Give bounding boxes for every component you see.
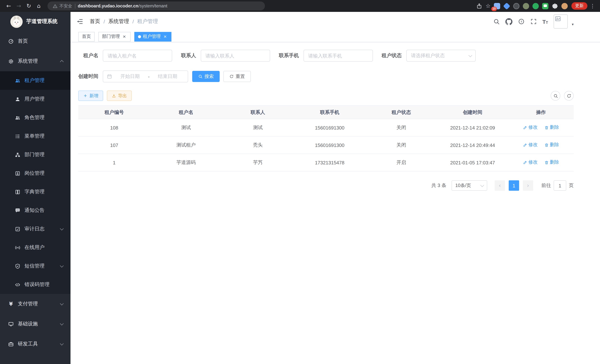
user-avatar[interactable] bbox=[554, 14, 568, 28]
next-page-button[interactable]: › bbox=[523, 180, 533, 191]
app-logo[interactable]: 芋道管理系统 bbox=[0, 12, 71, 31]
browser-forward-icon[interactable]: → bbox=[14, 1, 24, 11]
main-content: 租户名 联系人 联系手机 租户状态 请选择租户状态 创建时间 bbox=[71, 42, 600, 364]
sidebar-item-role-management[interactable]: 角色管理 bbox=[0, 108, 71, 127]
extension-icon-5[interactable] bbox=[533, 3, 539, 9]
tenant-table: 租户编号 租户名 联系人 联系手机 租户状态 创建时间 操作 108 测试 测试… bbox=[78, 105, 574, 171]
browser-reload-icon[interactable]: ↻ bbox=[24, 1, 34, 11]
cell-actions: 修改 删除 bbox=[508, 154, 574, 171]
browser-home-icon[interactable]: ⌂ bbox=[34, 1, 44, 11]
search-icon[interactable] bbox=[493, 18, 500, 25]
pencil-icon bbox=[523, 143, 527, 147]
cell-tenant-id: 108 bbox=[78, 119, 150, 136]
sidebar-item-infrastructure[interactable]: 基础设施 bbox=[0, 314, 71, 334]
browser-menu-icon[interactable]: ⋮ bbox=[589, 3, 596, 9]
prev-page-button[interactable]: ‹ bbox=[495, 180, 505, 191]
chevron-up-icon bbox=[60, 60, 64, 64]
address-bar[interactable]: 不安全 dashboard.yudao.iocoder.cn/system/te… bbox=[47, 1, 265, 10]
col-tenant-name: 租户名 bbox=[150, 106, 222, 119]
sidebar-item-payment[interactable]: ¥ 支付管理 bbox=[0, 294, 71, 314]
sidebar-item-system-management[interactable]: 系统管理 bbox=[0, 51, 71, 71]
extension-icon-6[interactable] bbox=[542, 3, 548, 9]
delete-button[interactable]: 删除 bbox=[544, 159, 559, 166]
add-button[interactable]: 新增 bbox=[78, 91, 103, 101]
refresh-button[interactable] bbox=[564, 91, 574, 101]
sidebar-item-menu-management[interactable]: 菜单管理 bbox=[0, 127, 71, 145]
sidebar-collapse-icon[interactable] bbox=[76, 18, 84, 25]
sidebar-item-label: 岗位管理 bbox=[25, 170, 45, 177]
tab-label: 首页 bbox=[82, 33, 91, 40]
browser-profile-avatar[interactable] bbox=[562, 3, 568, 9]
share-icon[interactable] bbox=[476, 3, 482, 9]
sidebar-item-dev-tools[interactable]: 研发工具 bbox=[0, 334, 71, 354]
goto-page-input[interactable] bbox=[554, 180, 566, 191]
sidebar-item-home[interactable]: 首页 bbox=[0, 31, 71, 51]
breadcrumb-separator: / bbox=[103, 19, 105, 25]
tab-home[interactable]: 首页 bbox=[78, 32, 95, 41]
help-question-icon[interactable]: ? bbox=[518, 18, 525, 25]
extension-icon-3[interactable] bbox=[513, 3, 519, 9]
sidebar-item-label: 角色管理 bbox=[25, 114, 45, 121]
tenant-name-input[interactable] bbox=[103, 50, 172, 62]
edit-button[interactable]: 修改 bbox=[523, 159, 538, 166]
avatar-caret-icon[interactable]: ▾ bbox=[572, 22, 574, 28]
browser-update-button[interactable]: 更新 bbox=[572, 2, 587, 10]
reset-button[interactable]: 重置 bbox=[223, 71, 251, 82]
roles-icon bbox=[15, 115, 20, 121]
cell-tenant-name: 测试 bbox=[150, 119, 222, 136]
sidebar-item-sms-management[interactable]: 短信管理 bbox=[0, 257, 71, 275]
tab-tenant-management[interactable]: 租户管理 × bbox=[134, 32, 171, 41]
app-window: ← → ↻ ⌂ 不安全 dashboard.yudao.iocoder.cn/s… bbox=[0, 0, 600, 364]
delete-button[interactable]: 删除 bbox=[544, 124, 559, 131]
edit-button[interactable]: 修改 bbox=[523, 124, 538, 131]
cell-phone: 15601691300 bbox=[294, 119, 366, 136]
close-icon[interactable]: × bbox=[122, 34, 127, 39]
search-button[interactable]: 搜索 bbox=[192, 71, 220, 82]
sidebar-item-post-management[interactable]: 岗位管理 bbox=[0, 164, 71, 183]
extension-icon-2[interactable] bbox=[503, 2, 510, 9]
table-toolbar: 新增 导出 bbox=[78, 91, 574, 101]
current-page-button[interactable]: 1 bbox=[509, 180, 519, 191]
status-select[interactable]: 请选择租户状态 bbox=[406, 50, 476, 62]
date-end-placeholder: 结束日期 bbox=[151, 73, 184, 80]
edit-button[interactable]: 修改 bbox=[523, 142, 538, 148]
sidebar-item-dept-management[interactable]: 部门管理 bbox=[0, 145, 71, 164]
security-status[interactable]: 不安全 bbox=[53, 3, 72, 9]
phone-input[interactable] bbox=[303, 50, 373, 62]
font-size-icon[interactable]: TT bbox=[542, 19, 548, 24]
active-dot bbox=[138, 35, 141, 38]
breadcrumb-system[interactable]: 系统管理 bbox=[108, 18, 129, 25]
search-toggle-button[interactable] bbox=[551, 91, 560, 101]
delete-button[interactable]: 删除 bbox=[544, 142, 559, 148]
dashboard-icon bbox=[8, 38, 14, 44]
tags-view-bar: 首页 部门管理 × 租户管理 × bbox=[71, 31, 600, 42]
bookmark-star-icon[interactable]: ☆ bbox=[486, 3, 490, 9]
page-size-select[interactable]: 10条/页 bbox=[451, 180, 487, 191]
sidebar-item-user-management[interactable]: 用户管理 bbox=[0, 90, 71, 108]
github-icon[interactable] bbox=[505, 18, 512, 25]
browser-back-icon[interactable]: ← bbox=[4, 1, 14, 11]
sidebar-item-error-code[interactable]: 错误码管理 bbox=[0, 275, 71, 294]
breadcrumb-separator: / bbox=[132, 19, 134, 25]
filter-row-2: 创建时间 开始日期 - 结束日期 搜索 重置 bbox=[78, 71, 574, 82]
extensions-puzzle-icon[interactable] bbox=[552, 3, 558, 9]
breadcrumb-home[interactable]: 首页 bbox=[90, 18, 100, 25]
chevron-down-icon bbox=[60, 227, 64, 230]
export-button[interactable]: 导出 bbox=[107, 91, 132, 101]
sidebar-item-notice[interactable]: 通知公告 bbox=[0, 201, 71, 220]
extension-icon-4[interactable] bbox=[523, 3, 529, 9]
refresh-icon bbox=[566, 93, 571, 98]
sidebar-item-tenant-management[interactable]: 租户管理 bbox=[0, 71, 71, 90]
close-icon[interactable]: × bbox=[162, 34, 168, 39]
sidebar-item-audit-log[interactable]: 审计日志 bbox=[0, 220, 71, 238]
chevron-down-icon bbox=[60, 322, 64, 326]
svg-text:?: ? bbox=[520, 20, 522, 23]
date-range-picker[interactable]: 开始日期 - 结束日期 bbox=[103, 71, 188, 82]
tab-dept-management[interactable]: 部门管理 × bbox=[98, 32, 131, 41]
extension-icon-1[interactable]: 10 bbox=[494, 3, 500, 9]
sidebar-submenu-system: 租户管理 用户管理 角色管理 菜单管理 部门管理 岗位管理 bbox=[0, 71, 71, 294]
sidebar-item-dict-management[interactable]: 字典管理 bbox=[0, 183, 71, 201]
sidebar-item-online-users[interactable]: 在线用户 bbox=[0, 238, 71, 257]
fullscreen-icon[interactable] bbox=[530, 18, 537, 25]
contact-input[interactable] bbox=[201, 50, 270, 62]
